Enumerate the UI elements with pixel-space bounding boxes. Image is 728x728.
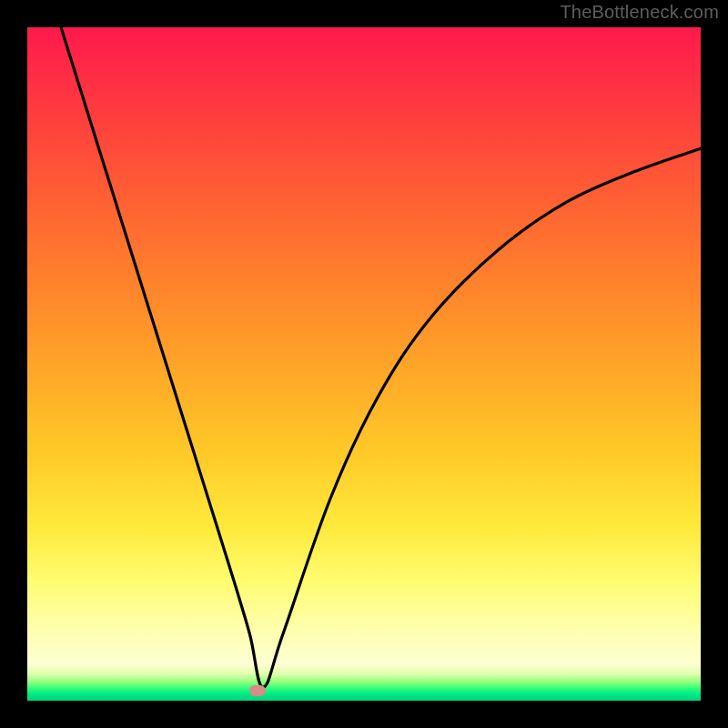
minimum-marker bbox=[249, 685, 266, 696]
attribution-text: TheBottleneck.com bbox=[560, 2, 719, 23]
chart-frame: TheBottleneck.com bbox=[0, 0, 728, 728]
bottleneck-curve bbox=[27, 27, 701, 701]
plot-area bbox=[27, 27, 701, 701]
